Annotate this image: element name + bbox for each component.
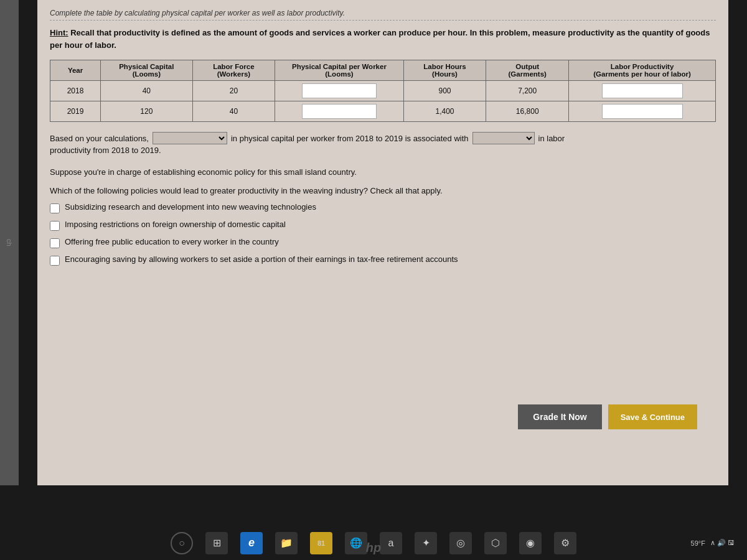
hint-body: Recall that productivity is defined as t…	[50, 28, 710, 50]
hint-section: Hint: Recall that productivity is define…	[50, 27, 716, 51]
taskbar-settings[interactable]: ⚙	[554, 532, 576, 554]
labor-prod-2018-input[interactable]	[602, 83, 683, 98]
checkbox-label-2: Imposing restrictions on foreign ownersh…	[65, 220, 286, 229]
phys-cap-2018: 40	[101, 81, 192, 101]
start-button[interactable]: ○	[171, 532, 193, 554]
taskbar-edge[interactable]: e	[240, 532, 263, 554]
productivity-suffix: productivity from 2018 to 2019.	[50, 146, 161, 155]
dropdown-labor[interactable]: an increase a decrease no change	[472, 132, 535, 144]
based-on-suffix: in labor	[538, 134, 565, 143]
year-2019: 2019	[50, 101, 101, 122]
checkbox-3[interactable]	[50, 238, 60, 248]
phys-cap-worker-2018-input[interactable]	[302, 83, 377, 98]
labor-prod-2019-input[interactable]	[602, 104, 683, 119]
suppose-text: Suppose you're in charge of establishing…	[50, 167, 357, 177]
taskbar-app5[interactable]: ◎	[449, 532, 472, 554]
based-on-section: Based on your calculations, an increase …	[50, 132, 716, 144]
temperature: 59°F	[691, 539, 705, 547]
checkbox-1[interactable]	[50, 203, 60, 213]
taskbar-app1[interactable]: 81	[310, 532, 332, 554]
table-row: 2019 120 40 1,400 16,800	[50, 101, 716, 122]
checkbox-2[interactable]	[50, 221, 60, 231]
taskbar-right: 59°F ∧ 🔊 🖫	[691, 539, 735, 547]
phys-cap-2019: 120	[101, 101, 192, 122]
checkbox-label-3: Offering free public education to every …	[65, 237, 279, 246]
labor-force-header: Labor Force(Workers)	[192, 60, 275, 81]
suppose-section: Suppose you're in charge of establishing…	[50, 166, 716, 177]
taskbar-app6[interactable]: ⬡	[484, 532, 507, 554]
labor-force-2019: 40	[192, 101, 275, 122]
phys-cap-worker-header: Physical Capital per Worker(Looms)	[275, 60, 403, 81]
based-on-middle: in physical capital per worker from 2018…	[231, 134, 469, 143]
which-section: Which of the following policies would le…	[50, 185, 716, 196]
taskbar-folder[interactable]: 📁	[275, 532, 298, 554]
taskbar-app7[interactable]: ◉	[519, 532, 542, 554]
labor-prod-2018-cell[interactable]	[569, 81, 716, 101]
checkbox-list: Subsidizing research and development int…	[50, 202, 716, 266]
labor-hours-2018: 900	[403, 81, 486, 101]
bottom-buttons: Grade It Now Save & Continue	[518, 404, 697, 429]
physical-capital-header: Physical Capital(Looms)	[101, 60, 192, 81]
list-item: Encouraging saving by allowing workers t…	[50, 254, 716, 266]
data-table: Year Physical Capital(Looms) Labor Force…	[50, 60, 716, 122]
table-section: Year Physical Capital(Looms) Labor Force…	[50, 60, 716, 122]
labor-productivity-header: Labor Productivity(Garments per hour of …	[569, 60, 716, 81]
labor-hours-header: Labor Hours(Hours)	[403, 60, 486, 81]
save-continue-button[interactable]: Save & Continue	[608, 404, 697, 429]
dropdown-change[interactable]: an increase a decrease no change	[153, 132, 227, 144]
list-item: Subsidizing research and development int…	[50, 202, 716, 213]
phys-cap-worker-2019-input[interactable]	[302, 104, 377, 119]
taskbar-app3[interactable]: a	[380, 532, 402, 554]
table-row: 2018 40 20 900 7,200	[50, 81, 716, 101]
hint-label: Hint:	[50, 28, 68, 37]
topbar-text: Complete the table by calculating physic…	[50, 9, 716, 21]
list-item: Imposing restrictions on foreign ownersh…	[50, 220, 716, 231]
output-header: Output(Garments)	[486, 60, 569, 81]
phys-cap-worker-2018-cell[interactable]	[275, 81, 403, 101]
hp-logo: hp	[366, 541, 381, 555]
labor-prod-2019-cell[interactable]	[569, 101, 716, 122]
which-text: Which of the following policies would le…	[50, 186, 443, 195]
based-on-prefix: Based on your calculations,	[50, 134, 149, 143]
output-2018: 7,200	[486, 81, 569, 101]
output-2019: 16,800	[486, 101, 569, 122]
content-area: Complete the table by calculating physic…	[37, 0, 728, 485]
checkbox-label-1: Subsidizing research and development int…	[65, 202, 316, 212]
list-item: Offering free public education to every …	[50, 237, 716, 248]
grade-it-now-button[interactable]: Grade It Now	[518, 404, 601, 429]
taskbar-app4[interactable]: ✦	[415, 532, 437, 554]
labor-force-2018: 20	[192, 81, 275, 101]
left-edge: ch	[0, 0, 19, 485]
table-header-row1: Year Physical Capital(Looms) Labor Force…	[50, 60, 716, 81]
labor-hours-2019: 1,400	[403, 101, 486, 122]
checkbox-label-4: Encouraging saving by allowing workers t…	[65, 254, 458, 264]
phys-cap-worker-2019-cell[interactable]	[275, 101, 403, 122]
left-edge-label: ch	[6, 239, 13, 246]
taskbar-app2[interactable]: 🌐	[345, 532, 367, 554]
checkbox-4[interactable]	[50, 256, 60, 266]
year-2018: 2018	[50, 81, 101, 101]
productivity-line: productivity from 2018 to 2019.	[50, 146, 716, 155]
taskbar-icons: ∧ 🔊 🖫	[710, 539, 735, 547]
year-header: Year	[50, 60, 101, 81]
taskbar-search[interactable]: ⊞	[205, 532, 228, 554]
